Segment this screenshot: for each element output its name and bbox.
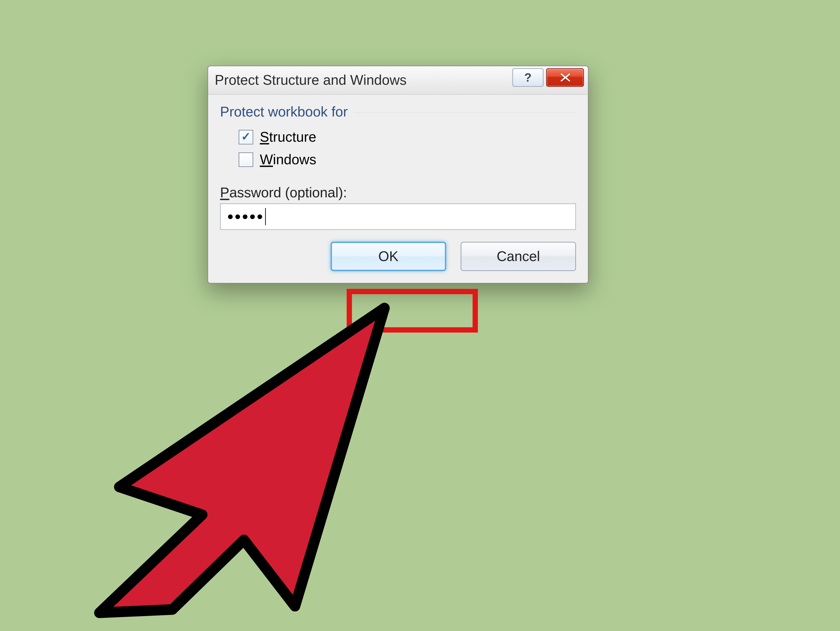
password-label: Password (optional): — [220, 185, 576, 201]
checkbox-windows-label: Windows — [260, 151, 316, 168]
dialog-title: Protect Structure and Windows — [215, 72, 512, 88]
protect-structure-dialog: Protect Structure and Windows ? Protect … — [207, 66, 589, 284]
dialog-body: Protect workbook for Structure Windows P… — [208, 95, 588, 283]
close-icon — [560, 73, 570, 82]
password-input[interactable]: ••••• — [220, 203, 576, 230]
text-caret — [265, 208, 266, 226]
password-value: ••••• — [227, 207, 264, 227]
checkbox-structure-label: Structure — [260, 129, 316, 145]
group-label: Protect workbook for — [220, 104, 576, 120]
checkbox-windows-row[interactable]: Windows — [238, 151, 576, 168]
checkbox-structure[interactable] — [238, 130, 253, 145]
cancel-button[interactable]: Cancel — [461, 242, 576, 271]
titlebar[interactable]: Protect Structure and Windows ? — [208, 66, 588, 95]
question-mark-icon: ? — [524, 71, 532, 85]
checkbox-structure-row[interactable]: Structure — [238, 129, 576, 145]
ok-highlight-annotation — [347, 289, 478, 333]
checkbox-windows[interactable] — [238, 153, 253, 167]
close-button[interactable] — [546, 68, 584, 87]
cursor-arrow-annotation — [73, 282, 404, 626]
help-button[interactable]: ? — [512, 68, 544, 87]
ok-button[interactable]: OK — [331, 242, 446, 271]
